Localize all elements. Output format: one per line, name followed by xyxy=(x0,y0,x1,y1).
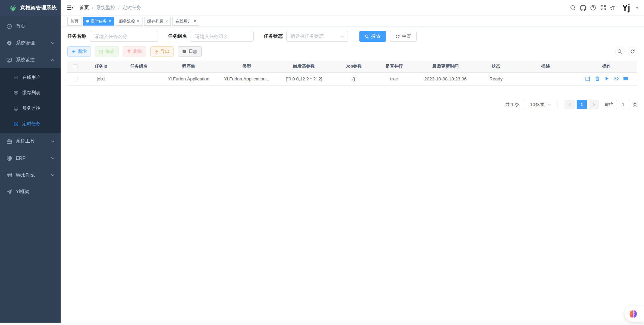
breadcrumb-system-monitor[interactable]: 系统监控 xyxy=(96,5,115,11)
server-icon xyxy=(13,106,19,111)
tasks-table: 任务Id 任务组名 程序集 类型 触发器参数 Job参数 是否并行 最后更新时间… xyxy=(67,61,637,86)
tab-scheduled-tasks[interactable]: 定时任务 × xyxy=(83,17,114,26)
hide-search-icon[interactable] xyxy=(615,47,624,56)
col-trigger-args: 触发器参数 xyxy=(275,61,333,72)
row-checkbox[interactable] xyxy=(73,77,77,81)
breadcrumb-current: 定时任务 xyxy=(123,5,141,11)
cell-updated: 2023-10-08 18:23:36 xyxy=(414,72,477,85)
page-size-select[interactable]: 10条/页 xyxy=(524,100,557,109)
horizontal-scrollbar[interactable] xyxy=(0,323,644,325)
fullscreen-icon[interactable] xyxy=(600,5,607,11)
delete-button[interactable]: 删除 xyxy=(123,46,146,57)
task-status-select[interactable]: 请选择任务状态 xyxy=(286,31,348,42)
assistant-fab[interactable] xyxy=(624,306,644,322)
next-page-button[interactable] xyxy=(589,100,599,109)
sidebar-item-service-monitor[interactable]: 服务监控 xyxy=(0,101,61,116)
breadcrumb: 首页 / 系统监控 / 定时任务 xyxy=(79,5,141,11)
sidebar-item-home[interactable]: 首页 xyxy=(0,18,61,35)
sidebar: 意框架管理系统 首页 系统管理 系统监控 在线用户 缓存列表 xyxy=(0,0,61,323)
tab-cache-list[interactable]: 缓存列表 × xyxy=(144,17,171,26)
reset-button[interactable]: 重置 xyxy=(390,31,417,42)
tab-label: 服务监控 xyxy=(119,19,135,24)
sidebar-item-webfirst[interactable]: WebFirst xyxy=(0,167,61,183)
chevron-down-icon xyxy=(341,35,344,38)
sidebar-item-label: 系统工具 xyxy=(16,138,35,144)
log-icon[interactable] xyxy=(623,76,628,81)
sidebar-item-system-management[interactable]: 系统管理 xyxy=(0,35,61,51)
sidebar-item-cache-list[interactable]: 缓存列表 xyxy=(0,85,61,101)
sidebar-item-label: Yi框架 xyxy=(16,189,29,195)
table-row[interactable]: job1 Yi.Furion.Application Yi.Furion.App… xyxy=(67,72,637,85)
chevron-down-icon xyxy=(548,104,551,106)
task-group-label: 任务组名 xyxy=(168,33,187,39)
task-name-label: 任务名称 xyxy=(67,33,86,39)
sidebar-item-system-tools[interactable]: 系统工具 xyxy=(0,133,61,150)
brain-icon xyxy=(629,309,638,319)
sidebar-item-label: WebFirst xyxy=(16,172,35,178)
navbar-actions: tT Yj xyxy=(570,2,639,13)
tab-online-users[interactable]: 在线用户 × xyxy=(172,17,199,26)
run-icon[interactable] xyxy=(604,76,609,81)
sidebar-item-yi-framework[interactable]: Yi框架 xyxy=(0,183,61,200)
timer-icon xyxy=(13,121,19,127)
tags-view-bar: 首页 定时任务 × 服务监控 × 缓存列表 × 在线用户 × xyxy=(61,16,644,27)
refresh-icon xyxy=(395,34,400,39)
leaf-logo-icon xyxy=(9,4,17,12)
avatar-dropdown-caret-icon[interactable] xyxy=(636,7,639,9)
log-list-icon xyxy=(182,49,187,53)
task-group-input[interactable] xyxy=(191,31,254,42)
col-job-args: Job参数 xyxy=(333,61,374,72)
task-name-input[interactable] xyxy=(90,31,158,42)
search-icon xyxy=(365,34,369,39)
sidebar-fold-icon[interactable] xyxy=(67,4,73,11)
chevron-left-icon xyxy=(569,103,571,106)
col-assembly: 程序集 xyxy=(158,61,219,72)
app-logo[interactable]: 意框架管理系统 xyxy=(0,0,61,16)
goto-label: 前往 xyxy=(605,102,613,108)
close-icon[interactable]: × xyxy=(194,19,196,23)
help-icon[interactable] xyxy=(590,5,597,11)
refresh-table-icon[interactable] xyxy=(628,47,637,56)
table-header-row: 任务Id 任务组名 程序集 类型 触发器参数 Job参数 是否并行 最后更新时间… xyxy=(67,61,637,72)
close-icon[interactable]: × xyxy=(109,19,111,23)
sidebar-item-scheduled-tasks[interactable]: 定时任务 xyxy=(0,116,61,132)
avatar[interactable]: Yj xyxy=(621,2,632,13)
breadcrumb-home[interactable]: 首页 xyxy=(79,5,89,11)
close-icon[interactable]: × xyxy=(137,19,139,23)
page-number-1[interactable]: 1 xyxy=(577,100,587,109)
right-toolbar xyxy=(615,47,637,56)
prev-page-button[interactable] xyxy=(565,100,575,109)
reset-button-label: 重置 xyxy=(402,33,411,39)
cell-concurrent: true xyxy=(374,72,414,85)
plus-icon xyxy=(72,49,76,53)
chevron-up-icon xyxy=(51,59,55,61)
breadcrumb-separator: / xyxy=(92,5,93,10)
github-icon[interactable] xyxy=(580,5,586,11)
goto-page-input[interactable] xyxy=(616,100,630,109)
tab-home[interactable]: 首页 xyxy=(67,17,82,26)
export-button[interactable]: 导出 xyxy=(150,46,174,57)
sidebar-item-online-users[interactable]: 在线用户 xyxy=(0,70,61,85)
tab-label: 缓存列表 xyxy=(147,19,163,24)
tab-service-monitor[interactable]: 服务监控 × xyxy=(116,17,142,26)
delete-icon[interactable] xyxy=(595,76,600,81)
download-icon xyxy=(155,49,159,53)
col-concurrent: 是否并行 xyxy=(374,61,414,72)
sidebar-item-erp[interactable]: ERP xyxy=(0,150,61,167)
log-button[interactable]: 日志 xyxy=(178,46,202,57)
sidebar-item-system-monitor[interactable]: 系统监控 xyxy=(0,51,61,68)
view-icon[interactable] xyxy=(614,76,619,81)
font-size-icon[interactable]: tT xyxy=(610,5,614,11)
sidebar-item-label: 系统管理 xyxy=(16,40,35,46)
cell-type: Yi.Furion.Application... xyxy=(219,72,275,85)
col-actions: 操作 xyxy=(576,61,637,72)
filter-task-name: 任务名称 xyxy=(67,31,158,42)
search-icon[interactable] xyxy=(570,5,576,11)
search-button[interactable]: 搜索 xyxy=(359,31,386,42)
edit-button[interactable]: 修改 xyxy=(95,46,119,57)
close-icon[interactable]: × xyxy=(165,19,168,23)
select-all-checkbox[interactable] xyxy=(73,64,77,69)
add-button[interactable]: 新增 xyxy=(67,46,91,57)
sidebar-item-label: 系统监控 xyxy=(16,57,35,63)
edit-icon[interactable] xyxy=(585,76,590,81)
